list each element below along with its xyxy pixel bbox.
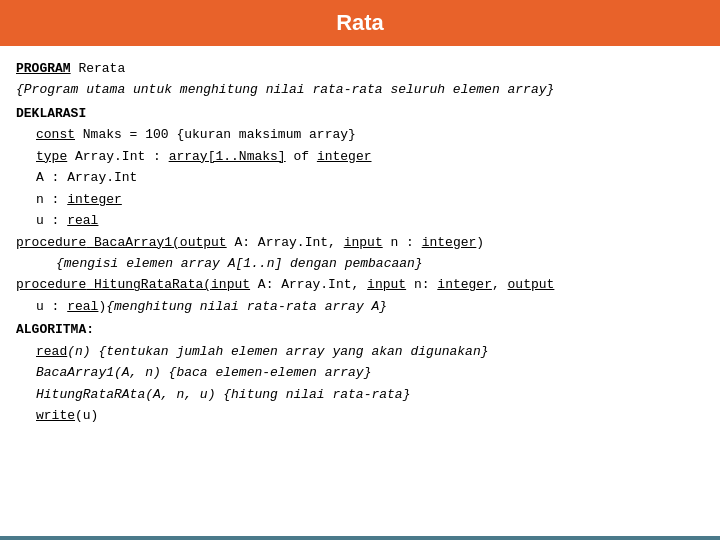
read-keyword: read — [36, 341, 67, 362]
u-line: u : real — [16, 210, 704, 231]
comment1: {Program utama untuk menghitung nilai ra… — [16, 79, 554, 100]
type-line: type Array.Int : array[1..Nmaks] of inte… — [16, 146, 704, 167]
comment1-line: {Program utama untuk menghitung nilai ra… — [16, 79, 704, 100]
content-area: PROGRAM Rerata {Program utama untuk meng… — [0, 46, 720, 536]
const-keyword: const — [36, 124, 75, 145]
program-keyword: PROGRAM — [16, 58, 71, 79]
write-rest: (u) — [75, 405, 98, 426]
proc2-keyword: procedure — [16, 274, 86, 295]
proc2-integer: integer — [437, 274, 492, 295]
proc1-output: output — [180, 232, 227, 253]
proc2-output: output — [508, 274, 555, 295]
baca-line: BacaArray1(A, n) {baca elemen-elemen arr… — [16, 362, 704, 383]
deklarasi-label: DEKLARASI — [16, 103, 86, 124]
proc1-end: ) — [476, 232, 484, 253]
program-line: PROGRAM Rerata — [16, 58, 704, 79]
proc2-paren: ) — [98, 296, 106, 317]
proc2-line: procedure HitungRataRata(input A: Array.… — [16, 274, 704, 295]
proc2-name: HitungRataRata( — [86, 274, 211, 295]
n-label: n : — [36, 189, 67, 210]
n-integer: integer — [67, 189, 122, 210]
type-rest2: of — [286, 146, 317, 167]
proc2-input2: input — [367, 274, 406, 295]
read-line: read(n) {tentukan jumlah elemen array ya… — [16, 341, 704, 362]
type-rest1: Array.Int : — [67, 146, 168, 167]
proc1-rest2: n : — [383, 232, 422, 253]
deklarasi-line: DEKLARASI — [16, 101, 704, 124]
hitung-content: HitungRataRAta(A, n, u) {hitung nilai ra… — [36, 384, 410, 405]
baca-content: BacaArray1(A, n) {baca elemen-elemen arr… — [36, 362, 371, 383]
type-integer: integer — [317, 146, 372, 167]
proc2-continuation: u : real) {menghitung nilai rata-rata ar… — [16, 296, 704, 317]
proc2-real: real — [67, 296, 98, 317]
proc2-rest1: A: Array.Int, — [250, 274, 367, 295]
header-bar: Rata — [0, 0, 720, 46]
algoritma-label: ALGORITMA: — [16, 319, 94, 340]
proc1-integer: integer — [422, 232, 477, 253]
proc1-rest1: A: Array.Int, — [227, 232, 344, 253]
proc1-line: procedure BacaArray1(output A: Array.Int… — [16, 232, 704, 253]
a-declaration: A : Array.Int — [36, 167, 137, 188]
const-line: const Nmaks = 100 {ukuran maksimum array… — [16, 124, 704, 145]
proc2-input: input — [211, 274, 250, 295]
hitung-line: HitungRataRAta(A, n, u) {hitung nilai ra… — [16, 384, 704, 405]
const-rest: Nmaks = 100 {ukuran maksimum array} — [75, 124, 356, 145]
read-rest: (n) {tentukan jumlah elemen array yang a… — [67, 341, 488, 362]
u-real: real — [67, 210, 98, 231]
program-name: Rerata — [71, 58, 126, 79]
proc1-comment-line: {mengisi elemen array A[1..n] dengan pem… — [16, 253, 704, 274]
header-title: Rata — [336, 10, 384, 35]
algoritma-line: ALGORITMA: — [16, 317, 704, 340]
proc1-keyword: procedure — [16, 232, 86, 253]
proc2-comma: , — [492, 274, 508, 295]
proc1-comment: {mengisi elemen array A[1..n] dengan pem… — [56, 253, 423, 274]
proc1-input: input — [344, 232, 383, 253]
write-keyword: write — [36, 405, 75, 426]
n-line: n : integer — [16, 189, 704, 210]
proc2-comment: {menghitung nilai rata-rata array A} — [106, 296, 387, 317]
write-line: write(u) — [16, 405, 704, 426]
a-line: A : Array.Int — [16, 167, 704, 188]
proc1-name: BacaArray1( — [86, 232, 180, 253]
proc2-newline: u : — [36, 296, 67, 317]
proc2-rest2: n: — [406, 274, 437, 295]
type-array: array[1..Nmaks] — [169, 146, 286, 167]
type-keyword: type — [36, 146, 67, 167]
u-label: u : — [36, 210, 67, 231]
